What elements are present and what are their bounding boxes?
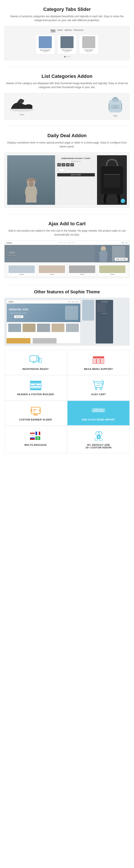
tab-bags[interactable]: Bags [51, 29, 55, 32]
ajax-prod-2: Product [37, 264, 66, 276]
svg-rect-53 [30, 434, 35, 435]
header-footer-icon [29, 380, 42, 391]
addon-icon-wrap [92, 431, 105, 441]
header-footer-icon-wrap [29, 380, 42, 391]
bag-deal-svg [97, 155, 127, 205]
deal-price: $24.00 $32.00 [57, 160, 95, 162]
feature-label-one-click: ONE CLICK DEMO IMPORT [82, 418, 115, 421]
ajax-prod-img-4 [99, 266, 126, 273]
ajax-prod-name-4: Product [99, 274, 126, 275]
feature-addon: 40+ DEFAULT AND 16+ CUSTOM ADDON [67, 426, 130, 454]
product-card-1: Blue Backpack $24.00 [36, 34, 55, 54]
collage-prod-5 [66, 323, 79, 332]
multilanguage-icon [29, 431, 42, 441]
ajax-cart-section: Ajax Add to Cart Add to cart product are… [0, 214, 134, 285]
cat-tabs-mock: Bags Shoes Watches Electronics Blue Back… [5, 26, 129, 60]
multilanguage-icon-wrap [29, 431, 42, 441]
add-to-cart-btn[interactable]: ADD TO CART [57, 173, 95, 177]
ajax-brand: Sophie [6, 242, 12, 244]
section-desc-list-cat: Names of the category are displayed with… [4, 81, 130, 89]
ajax-hero-img1 [95, 245, 112, 262]
collage-hero: HERSCHEL KIDS New Collection 2018 Shop N… [7, 304, 80, 322]
daily-deal-mock: EMBROIDERED PROJECT T-SHIRT $24.00 $32.0… [5, 153, 129, 208]
feature-mega-menu: MEGA MENU SUPPORT [67, 350, 130, 375]
ajax-prod-name-3: Product [69, 274, 95, 275]
product-card-2: Dark Backpack $32.00 [57, 34, 77, 54]
timer-min: 35 [66, 163, 70, 166]
product-card-3: Smart Watch $18.00 [79, 34, 98, 54]
collage-cta[interactable]: Shop Now [14, 315, 23, 318]
collage-nav-2: Shop [72, 301, 75, 303]
svg-rect-42 [31, 407, 40, 414]
feature-label-ajax-cart: AJAX CART [91, 393, 106, 396]
deal-center: EMBROIDERED PROJECT T-SHIRT $24.00 $32.0… [55, 155, 97, 205]
nav-dots [58, 243, 75, 243]
section-desc-ajax: Add to cart product are added in the min… [4, 229, 130, 237]
ajax-icons: 🔍 🛒 [122, 242, 128, 244]
product-img-watch [82, 36, 95, 48]
deal-qty-row [57, 168, 95, 171]
deal-timer: 00 14 35 22 [57, 163, 95, 166]
person-hero-svg [97, 246, 109, 262]
section-title-list-cat: List Categories Addon [4, 73, 130, 79]
product-price-1: $24.00 [37, 51, 53, 52]
product-price-2: $32.00 [59, 51, 75, 52]
collage-side2-name: Watches [97, 313, 112, 314]
ajax-preview: Sophie 🔍 🛒 SHOP New Arrivals [4, 241, 130, 278]
tab-shoes[interactable]: Shoes [57, 29, 63, 32]
collage-products [7, 322, 80, 334]
nav-dot-2 [63, 243, 66, 243]
feature-multilanguage: MULTILANGUAGE [4, 426, 67, 454]
feature-label-banner-slider: CUSTOM BANNER SLIDER [19, 418, 52, 421]
ajax-hero-sub: New Arrivals [8, 254, 16, 256]
collage-bottom-strip2 [33, 338, 56, 343]
svg-rect-18 [39, 358, 41, 363]
collage-nav: Home Shop Blog [68, 301, 79, 303]
collage-bottom-strip1 [6, 338, 31, 343]
timer-days: 00 [57, 163, 61, 166]
product-name-3: Smart Watch [81, 49, 97, 51]
collage-prod-3 [37, 323, 50, 332]
daily-deal-preview: EMBROIDERED PROJECT T-SHIRT $24.00 $32.0… [4, 152, 130, 208]
feature-responsive: RESPONSIVE READY [4, 350, 67, 375]
collage-hero-brand: HERSCHEL KIDS [9, 308, 29, 311]
svg-rect-56 [37, 432, 39, 435]
shoe-svg [9, 97, 35, 112]
feature-banner-slider: CUSTOM BANNER SLIDER [4, 401, 67, 426]
qty-input[interactable] [57, 168, 65, 171]
svg-rect-34 [36, 383, 41, 385]
svg-point-9 [28, 181, 34, 187]
tab-electronics[interactable]: Electronics [74, 29, 83, 32]
svg-rect-32 [30, 381, 41, 383]
ajax-mock: Sophie 🔍 🛒 SHOP New Arrivals [5, 241, 129, 278]
cat-item-shoe: Shoes [9, 97, 35, 116]
section-title-ajax: Ajax Add to Cart [4, 221, 130, 226]
product-name-1: Blue Backpack [37, 49, 53, 51]
responsive-icon-wrap [29, 354, 42, 366]
add-cart-overlay[interactable]: ADD TO CART [115, 258, 128, 260]
nav-dot-1 [58, 243, 62, 243]
svg-marker-69 [95, 438, 98, 441]
svg-rect-55 [36, 432, 37, 435]
collage-side2: Handbag Watches [96, 300, 113, 343]
features-grid: RESPONSIVE READY [4, 350, 130, 454]
svg-rect-33 [30, 383, 35, 385]
banner-slider-icon-wrap [29, 405, 42, 416]
ajax-prod-img-2 [39, 266, 65, 273]
dot-1 [64, 56, 65, 57]
addon-icon [92, 431, 105, 441]
feature-label-multilanguage: MULTILANGUAGE [25, 443, 47, 446]
theme-collage: Sophie Home Shop Blog HERSCHEL KIDS New … [4, 298, 130, 346]
feature-one-click: ONE CLICK INSTALLATION ONE CLICK DEMO IM… [67, 401, 130, 426]
collage-side2-img [97, 303, 105, 312]
other-features-title: Other features of Sophie Theme [4, 289, 130, 294]
feature-header-footer: HEADER & FOOTER BUILDER [4, 375, 67, 400]
svg-rect-52 [30, 432, 35, 433]
svg-point-63 [37, 437, 39, 439]
one-click-icon-wrap: ONE CLICK INSTALLATION [92, 405, 105, 416]
collage-prod-2 [23, 323, 36, 332]
svg-point-37 [95, 388, 97, 390]
timer-hours: 14 [61, 163, 65, 166]
shoe-label: Shoes [19, 114, 25, 116]
tab-watches[interactable]: Watches [64, 29, 72, 32]
